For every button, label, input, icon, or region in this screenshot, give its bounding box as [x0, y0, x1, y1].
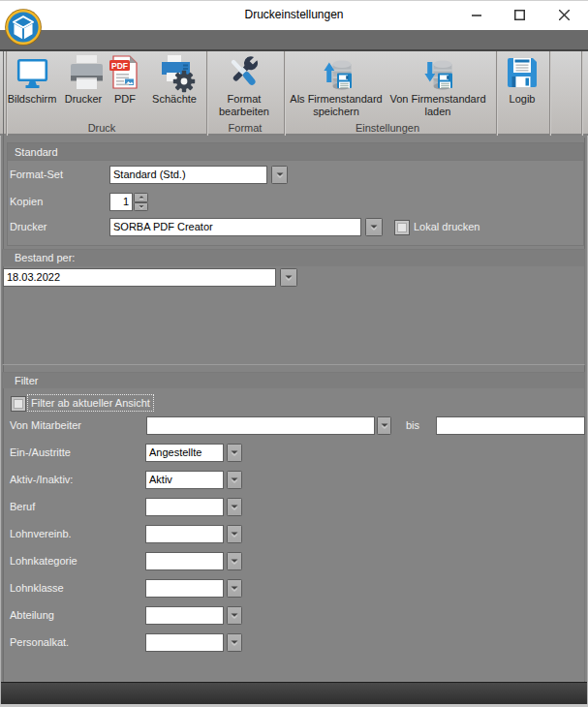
svg-text:PDF: PDF — [111, 61, 128, 71]
